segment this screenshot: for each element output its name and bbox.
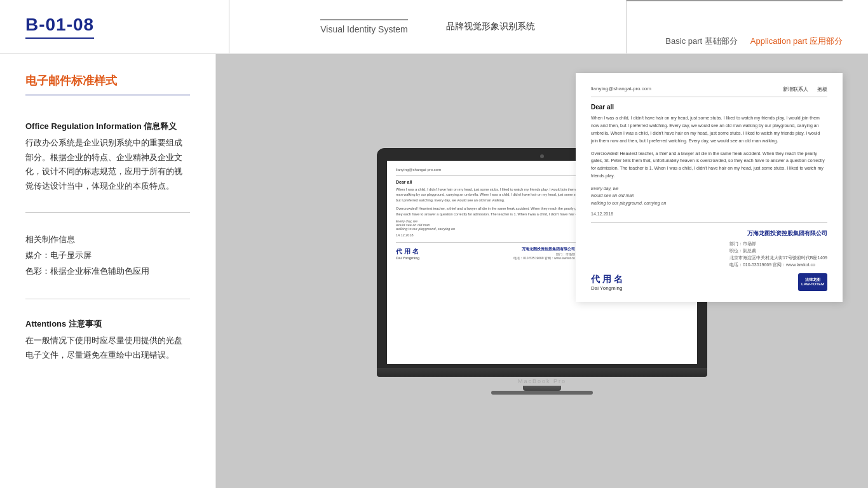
attentions-section: Attentions 注意事项 在一般情况下使用时应尽量使用提供的光盘电子文件，…	[25, 318, 190, 362]
rp-company: 万海龙图投资控股集团有限公司	[747, 229, 827, 238]
section-text: 行政办公系统是企业识别系统中的重要组成部分。根据企业的特点、企业精神及企业文化，…	[25, 136, 190, 193]
basic-part-label: Basic part 基础部分	[665, 36, 737, 47]
rp-quote: Every day, we would see an old man walki…	[591, 185, 827, 207]
right-panel-document: lianying@shangai-pro.com 新增联系人 抱板 Dear a…	[576, 73, 843, 302]
laptop-foot	[491, 391, 593, 395]
header: B-01-08 Visual Identity System 品牌视觉形象识别系…	[0, 0, 868, 54]
info-section: Office Regulation Information 信息释义 行政办公系…	[25, 114, 190, 193]
main-content: 电子邮件标准样式 Office Regulation Information 信…	[0, 54, 868, 488]
rp-dear: Dear all	[591, 104, 827, 111]
rp-address-1: 部门：市场部 职位：副总裁 北京市海淀区中关村龙大街17号骏府时代B座1409 …	[729, 240, 827, 269]
content-area: lianying@shangai-pro.com 新增联系人 抱板 Dear a…	[216, 54, 868, 488]
rp-addr-title: 职位：副总裁	[729, 248, 756, 253]
media-label: 媒介：电子显示屏	[25, 248, 190, 264]
header-left: B-01-08	[25, 15, 229, 39]
related-label: 相关制作信息	[25, 232, 190, 248]
laptop-camera	[540, 154, 544, 158]
email-address-phone: 电话：010-53519669 官网：www.lawkot.co	[513, 256, 574, 260]
page-code: B-01-08	[25, 15, 94, 39]
email-signature-right: 万海龙图投资控股集团有限公司 部门：市场部 电话：010-53519669 官网…	[513, 247, 574, 260]
email-signature-left: 代 用 名 Dai Yongming	[396, 247, 419, 260]
rp-sig-roman: Dai Yongming	[591, 285, 623, 291]
divider-2	[25, 299, 190, 299]
rp-logo-text: 法律龙图LAW·TOTEM	[801, 278, 824, 288]
rp-footer: 代 用 名 Dai Yongming 万海龙图投资控股集团有限公司 部门：市场部…	[591, 222, 827, 292]
laptop-base	[377, 368, 707, 377]
color-label: 色彩：根据企业标准色辅助色应用	[25, 264, 190, 280]
header-center-top: Visual Identity System 品牌视觉形象识别系统	[320, 19, 534, 34]
rp-nav-1: 新增联系人	[783, 86, 808, 93]
sidebar-title: 电子邮件标准样式	[25, 73, 190, 95]
header-right: Basic part 基础部分 Application part 应用部分	[627, 0, 843, 53]
rp-body-2: Overcrowded! Heaviest teacher, a thief a…	[591, 150, 827, 180]
rp-addr-dept: 部门：市场部	[729, 241, 756, 246]
rp-from: lianying@shangai-pro.com	[591, 86, 651, 93]
email-sig-roman: Dai Yongming	[396, 256, 419, 260]
header-center: Visual Identity System 品牌视觉形象识别系统	[229, 0, 627, 53]
visual-system-label: Visual Identity System	[320, 19, 407, 34]
email-sig-chinese: 代 用 名	[396, 247, 419, 256]
rp-nav-2: 抱板	[817, 86, 827, 93]
related-info: 相关制作信息 媒介：电子显示屏 色彩：根据企业标准色辅助色应用	[25, 232, 190, 280]
attentions-label: Attentions 注意事项	[25, 318, 190, 330]
rp-sig-right: 万海龙图投资控股集团有限公司 部门：市场部 职位：副总裁 北京市海淀区中关村龙大…	[729, 229, 827, 292]
laptop-brand-text: MacBook Pro	[377, 378, 707, 384]
rp-logo: 法律龙图LAW·TOTEM	[798, 273, 827, 291]
rp-sig-chinese: 代 用 名	[591, 274, 623, 285]
email-from: lianying@shangai-pro.com	[396, 168, 441, 172]
rp-date: 14.12.2018	[591, 212, 827, 216]
divider-1	[25, 212, 190, 213]
attentions-text: 在一般情况下使用时应尽量使用提供的光盘电子文件，尽量避免在重绘中出现错误。	[25, 334, 190, 362]
rp-header: lianying@shangai-pro.com 新增联系人 抱板	[591, 86, 827, 97]
app-part-label: Application part 应用部分	[750, 36, 843, 47]
laptop-stand	[523, 386, 561, 391]
email-company: 万海龙图投资控股集团有限公司	[513, 247, 574, 252]
brand-system-label: 品牌视觉形象识别系统	[446, 21, 535, 32]
rp-nav: 新增联系人 抱板	[783, 86, 827, 93]
rp-sig-left: 代 用 名 Dai Yongming	[591, 274, 623, 291]
rp-addr-phone: 电话：010-53519669 官网：www.lawkot.co	[729, 262, 815, 267]
rp-addr-street: 北京市海淀区中关村龙大街17号骏府时代B座1409	[729, 255, 827, 260]
section-label: Office Regulation Information 信息释义	[25, 121, 190, 132]
sidebar: 电子邮件标准样式 Office Regulation Information 信…	[0, 54, 216, 488]
rp-body-1: When I was a child, I didn't have hair o…	[591, 114, 827, 145]
